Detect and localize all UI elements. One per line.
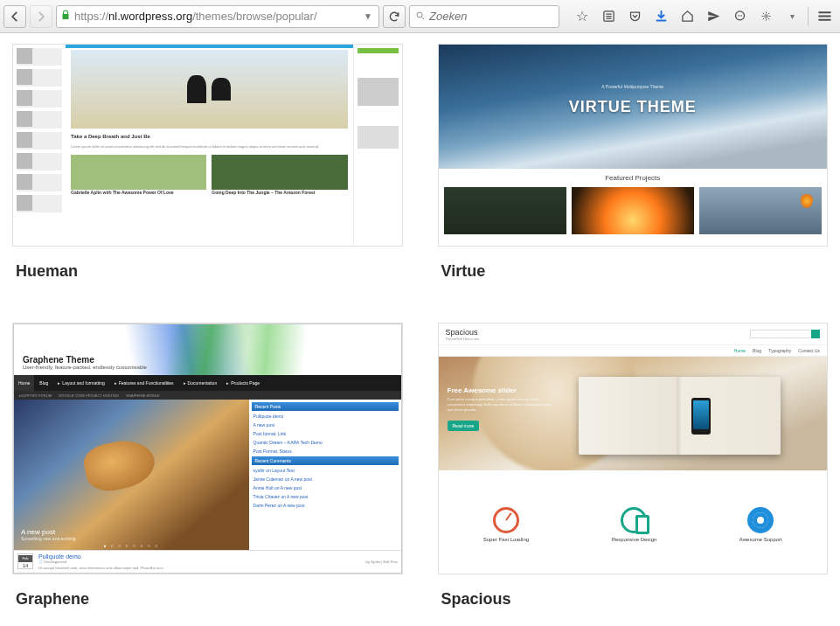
theme-title: Virtue [441, 262, 825, 281]
support-icon [747, 507, 774, 533]
theme-card-virtue[interactable]: A Powerful Multipurpose Theme VIRTUE THE… [438, 44, 829, 296]
thumb-search [750, 330, 820, 338]
theme-thumbnail: A Powerful Multipurpose Theme VIRTUE THE… [438, 44, 829, 247]
search-input[interactable] [429, 10, 553, 23]
responsive-icon [621, 507, 647, 533]
url-bar[interactable]: https://nl.wordpress.org/themes/browse/p… [56, 5, 379, 28]
forward-button [30, 5, 52, 28]
thumb-banner-title: VIRTUE THEME [569, 98, 697, 116]
reader-list-icon[interactable] [596, 4, 621, 29]
theme-card-graphene[interactable]: Graphene Theme User-friendly, feature-pa… [12, 323, 403, 624]
svg-point-0 [417, 12, 422, 17]
svg-point-6 [764, 14, 768, 18]
theme-title: Graphene [16, 590, 399, 609]
home-icon[interactable] [675, 4, 699, 29]
toolbar-dropdown-icon[interactable]: ▾ [780, 4, 804, 29]
lock-icon [60, 10, 71, 23]
theme-thumbnail: Spacious ThemeGrill Demo site Home Blog … [438, 323, 829, 574]
theme-grid: Take a Deep Breath and Just Be Lorem ips… [0, 33, 840, 626]
svg-point-4 [739, 15, 739, 16]
page-viewport[interactable]: Take a Deep Breath and Just Be Lorem ips… [0, 33, 840, 626]
theme-card-spacious[interactable]: Spacious ThemeGrill Demo site Home Blog … [438, 323, 829, 624]
speed-icon [493, 507, 519, 533]
bookmark-star-icon[interactable]: ☆ [570, 4, 594, 29]
theme-thumbnail: Graphene Theme User-friendly, feature-pa… [12, 323, 403, 574]
extension-icon[interactable] [753, 4, 778, 29]
thumb-section-label: Featured Projects [439, 169, 828, 187]
thumb-headline: Take a Deep Breath and Just Be [71, 134, 348, 139]
svg-point-5 [740, 15, 741, 16]
send-icon[interactable] [701, 4, 725, 29]
hamburger-menu-icon[interactable] [812, 4, 837, 29]
toolbar-separator [808, 7, 809, 26]
downloads-icon[interactable] [649, 4, 673, 29]
theme-thumbnail: Take a Deep Breath and Just Be Lorem ips… [12, 44, 403, 247]
toolbar-icons: ☆ ▾ [570, 4, 837, 29]
search-icon [415, 9, 426, 24]
reload-button[interactable] [383, 5, 406, 28]
back-button[interactable] [3, 5, 26, 28]
search-bar[interactable] [409, 5, 559, 28]
theme-card-hueman[interactable]: Take a Deep Breath and Just Be Lorem ips… [12, 44, 403, 296]
url-dropdown-icon[interactable]: ▼ [361, 11, 375, 21]
url-text: https://nl.wordpress.org/themes/browse/p… [74, 10, 317, 23]
pocket-icon[interactable] [622, 4, 647, 29]
browser-toolbar: https://nl.wordpress.org/themes/browse/p… [0, 0, 840, 33]
theme-title: Spacious [441, 590, 825, 609]
svg-point-3 [738, 15, 739, 16]
theme-title: Hueman [16, 262, 399, 281]
chat-icon[interactable] [727, 4, 752, 29]
